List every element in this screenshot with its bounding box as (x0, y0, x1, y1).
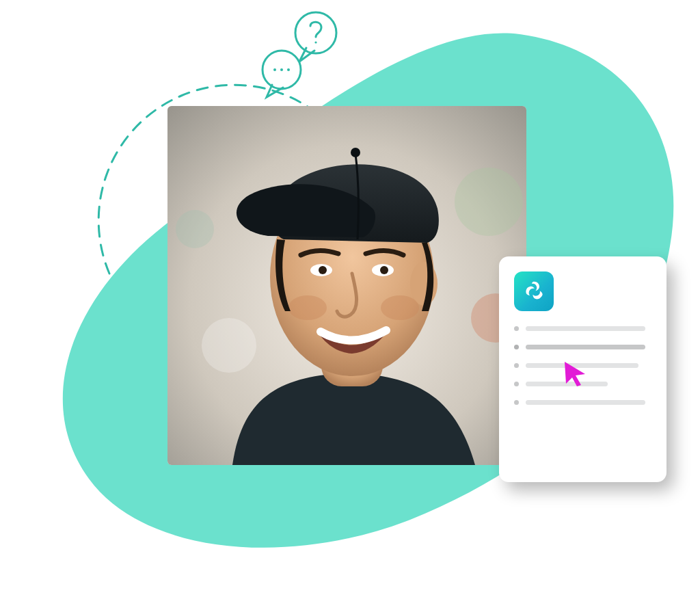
list-line (526, 345, 645, 349)
list-line (526, 400, 645, 405)
svg-point-10 (176, 210, 214, 248)
svg-point-1 (314, 41, 317, 43)
list-bullet (514, 326, 519, 331)
svg-point-14 (351, 148, 360, 157)
list-bullet (514, 345, 519, 349)
list-item[interactable] (514, 345, 651, 349)
app-list-card (499, 256, 667, 482)
svg-point-19 (288, 295, 327, 320)
svg-point-0 (295, 12, 336, 53)
list-item[interactable] (514, 326, 651, 331)
list-item[interactable] (514, 400, 651, 405)
svg-point-20 (381, 295, 419, 320)
illustration-stage (0, 0, 700, 597)
list-bullet (514, 363, 519, 368)
list-bullet (514, 400, 519, 405)
chat-question-icon (253, 7, 349, 103)
svg-point-3 (273, 68, 276, 71)
svg-point-8 (455, 168, 523, 236)
app-logo-icon (514, 271, 554, 311)
svg-point-5 (287, 68, 290, 71)
svg-point-7 (202, 318, 256, 373)
list-rows (514, 326, 651, 470)
list-line (526, 326, 645, 331)
portrait-photo (167, 106, 526, 465)
svg-point-17 (319, 266, 327, 274)
list-bullet (514, 382, 519, 386)
svg-point-4 (280, 68, 283, 71)
cursor-pointer-icon (562, 360, 589, 388)
svg-point-18 (380, 266, 388, 274)
